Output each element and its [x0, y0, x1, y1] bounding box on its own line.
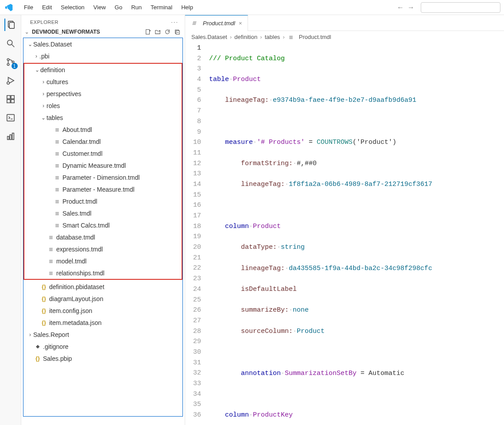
line-number-gutter: 1234567891011121314151617181920212223242… [185, 43, 209, 425]
tree-file-gitignore[interactable]: ◆.gitignore [23, 340, 182, 352]
tree-file-sales-pbip[interactable]: {}Sales.pbip [23, 352, 182, 364]
breadcrumb-part[interactable]: Product.tmdl [299, 34, 331, 40]
tree-file[interactable]: ≣Calendar.tmdl [24, 135, 182, 147]
breadcrumb-part[interactable]: tables [265, 34, 280, 40]
breadcrumb-part[interactable]: Sales.Dataset [191, 34, 227, 40]
activity-bar: 1 [0, 15, 21, 425]
file-icon: ≣ [54, 174, 61, 181]
file-icon: ≣ [54, 222, 61, 228]
file-icon: ≣ [54, 198, 61, 205]
tree-file-diagramlayout[interactable]: {}diagramLayout.json [23, 293, 182, 305]
search-icon[interactable] [4, 37, 17, 50]
run-debug-icon[interactable] [4, 74, 17, 87]
file-icon: ≣ [54, 162, 61, 169]
tree-file[interactable]: ≣expressions.tmdl [24, 243, 182, 255]
menu-edit[interactable]: Edit [38, 2, 56, 12]
tree-file[interactable]: ≣Dynamic Measure.tmdl [24, 159, 182, 171]
nav-back-icon[interactable]: ← [395, 4, 406, 12]
menu-file[interactable]: File [19, 2, 38, 12]
menu-go[interactable]: Go [110, 2, 127, 12]
tree-folder-cultures[interactable]: ›cultures [24, 76, 182, 88]
code-content[interactable]: /// Product Catalog table·Product lineag… [209, 43, 504, 425]
chevron-right-icon: › [40, 103, 47, 109]
editor-tabs: ≣ Product.tmdl × [185, 15, 504, 31]
tree-file[interactable]: ≣Smart Calcs.tmdl [24, 219, 182, 231]
extensions-icon[interactable] [4, 93, 17, 105]
tree-file[interactable]: ≣Sales.tmdl [24, 207, 182, 219]
tab-product-tmdl[interactable]: ≣ Product.tmdl × [185, 15, 248, 31]
chevron-down-icon: ⌄ [25, 29, 29, 35]
sidebar: EXPLORER ··· ⌄ DEVMODE_NEWFORMATS ⌄Sales… [21, 15, 185, 425]
folder-header[interactable]: ⌄ DEVMODE_NEWFORMATS [21, 27, 185, 37]
menu-help[interactable]: Help [177, 2, 198, 12]
sidebar-header: EXPLORER ··· [21, 15, 185, 27]
new-folder-icon[interactable] [155, 29, 161, 35]
chevron-right-icon: › [33, 53, 39, 59]
file-tree: ⌄Sales.Dataset ›.pbi ⌄definition ›cultur… [23, 38, 183, 417]
tree-folder-tables[interactable]: ⌄tables [24, 112, 182, 124]
file-icon: ≣ [47, 258, 54, 264]
file-icon: ≣ [54, 139, 61, 145]
tree-file[interactable]: ≣Parameter - Measure.tmdl [24, 183, 182, 195]
chevron-down-icon: ⌄ [34, 67, 40, 73]
tree-file[interactable]: ≣relationships.tmdl [24, 267, 182, 279]
terminal-panel-icon[interactable] [4, 112, 17, 124]
tree-folder-pbi[interactable]: ›.pbi [23, 50, 182, 62]
json-file-icon: {} [40, 295, 47, 302]
svg-point-4 [7, 58, 9, 61]
menu-view[interactable]: View [89, 2, 110, 12]
collapse-all-icon[interactable] [174, 29, 180, 35]
tree-folder-perspectives[interactable]: ›perspectives [24, 88, 182, 100]
chevron-down-icon: ⌄ [40, 115, 47, 121]
svg-rect-16 [12, 133, 14, 140]
tab-label: Product.tmdl [203, 20, 235, 27]
explorer-icon[interactable] [4, 19, 17, 31]
tree-folder-roles[interactable]: ›roles [24, 100, 182, 112]
chevron-down-icon: ⌄ [27, 41, 33, 47]
file-icon: ≣ [54, 186, 61, 193]
json-file-icon: {} [40, 307, 47, 314]
refresh-icon[interactable] [164, 29, 171, 35]
code-editor[interactable]: 1234567891011121314151617181920212223242… [185, 43, 504, 425]
menu-selection[interactable]: Selection [56, 2, 89, 12]
tree-file[interactable]: ≣database.tmdl [24, 231, 182, 243]
folder-actions [145, 29, 180, 35]
tree-file[interactable]: ≣About.tmdl [24, 124, 182, 135]
file-icon: ≣ [54, 127, 61, 133]
tree-file[interactable]: ≣Product.tmdl [24, 195, 182, 207]
svg-rect-10 [7, 100, 10, 103]
svg-point-8 [7, 82, 9, 85]
sidebar-more-icon[interactable]: ··· [171, 19, 178, 25]
tree-file-item-metadata[interactable]: {}item.metadata.json [23, 317, 182, 328]
nav-forward-icon[interactable]: → [406, 4, 416, 12]
file-icon: ≣ [54, 151, 61, 157]
breadcrumb-part[interactable]: definition [234, 34, 257, 40]
menu-items: FileEditSelectionViewGoRunTerminalHelp [19, 2, 198, 12]
tree-file[interactable]: ≣model.tmdl [24, 255, 182, 267]
tree-file-item-config[interactable]: {}item.config.json [23, 305, 182, 317]
new-file-icon[interactable] [145, 29, 151, 35]
tree-folder-definition[interactable]: ⌄definition [24, 64, 182, 76]
svg-point-2 [7, 40, 12, 45]
svg-line-3 [12, 45, 14, 47]
breadcrumb[interactable]: Sales.Dataset› definition› tables› ≣ Pro… [185, 31, 504, 43]
svg-rect-12 [11, 96, 14, 99]
source-control-icon[interactable]: 1 [4, 56, 17, 68]
command-center-search[interactable] [421, 2, 500, 13]
vscode-logo-icon [4, 2, 14, 13]
tree-folder-sales-report[interactable]: ›Sales.Report [23, 328, 182, 340]
chevron-right-icon: › [27, 332, 33, 338]
close-icon[interactable]: × [239, 20, 242, 27]
tree-file[interactable]: ≣Customer.tmdl [24, 147, 182, 159]
tree-file-definition-pbidataset[interactable]: {}definition.pbidataset [23, 281, 182, 293]
svg-rect-15 [10, 135, 12, 139]
file-icon: ≣ [54, 210, 61, 216]
svg-rect-14 [7, 136, 9, 139]
tree-folder-sales-dataset[interactable]: ⌄Sales.Dataset [23, 38, 182, 50]
powerbi-icon[interactable] [4, 130, 17, 143]
tree-file[interactable]: ≣Parameter - Dimension.tmdl [24, 171, 182, 183]
menu-run[interactable]: Run [127, 2, 146, 12]
menu-terminal[interactable]: Terminal [146, 2, 177, 12]
editor-area: ≣ Product.tmdl × Sales.Dataset› definiti… [185, 15, 504, 425]
json-file-icon: {} [40, 283, 47, 290]
